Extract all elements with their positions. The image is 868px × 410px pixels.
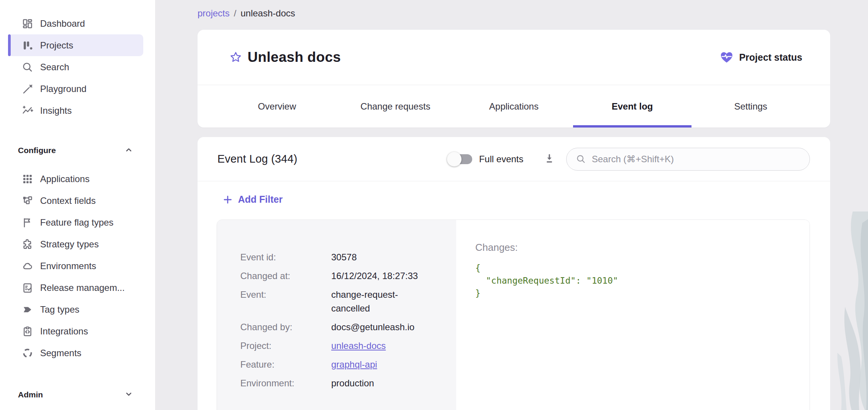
project-title-row: Unleash docs Project status xyxy=(198,30,830,85)
page-title: Unleash docs xyxy=(248,49,341,65)
sidebar-item-playground[interactable]: Playground xyxy=(8,78,143,100)
event-log-title: Event Log (344) xyxy=(217,153,297,165)
feature-flag-types-icon xyxy=(22,217,33,228)
sidebar-item-dashboard[interactable]: Dashboard xyxy=(8,13,143,34)
event-log-header: Event Log (344) Full events xyxy=(198,137,830,181)
event-detail-row: Environment: production xyxy=(240,376,443,390)
sidebar-item-insights[interactable]: Insights xyxy=(8,100,143,121)
sidebar-item-label: Search xyxy=(40,62,69,73)
background-texture xyxy=(830,211,868,410)
favorite-star-icon[interactable] xyxy=(229,51,242,64)
sidebar-item-release-management[interactable]: Release managem... xyxy=(8,277,143,299)
sidebar-item-tag-types[interactable]: Tag types xyxy=(8,299,143,320)
search-icon xyxy=(22,61,33,73)
tab-applications[interactable]: Applications xyxy=(455,85,573,128)
breadcrumb-link-projects[interactable]: projects xyxy=(198,8,230,19)
sidebar-item-feature-flag-types[interactable]: Feature flag types xyxy=(8,211,143,233)
sidebar-item-label: Projects xyxy=(40,40,73,51)
heart-pulse-icon xyxy=(719,50,734,65)
feature-link[interactable]: graphql-api xyxy=(331,358,431,371)
sidebar-item-search[interactable]: Search xyxy=(8,56,143,78)
event-detail-row: Project: unleash-docs xyxy=(240,339,443,353)
download-icon[interactable] xyxy=(544,153,555,165)
main-content: projects / unleash-docs Unleash docs Pro… xyxy=(155,0,868,410)
projects-icon xyxy=(22,40,33,51)
event-changes-panel: Changes: { "changeRequestId": "1010" } xyxy=(456,220,810,410)
sidebar-item-segments[interactable]: Segments xyxy=(8,342,143,364)
sidebar-item-label: Dashboard xyxy=(40,18,85,29)
sidebar-section-configure[interactable]: Configure xyxy=(0,145,155,156)
project-header-card: Unleash docs Project status Overview Cha… xyxy=(198,30,830,128)
event-detail-row: Changed at: 16/12/2024, 18:27:33 xyxy=(240,269,443,283)
tab-overview[interactable]: Overview xyxy=(218,85,336,128)
sidebar-item-label: Segments xyxy=(40,348,81,358)
playground-icon xyxy=(22,83,33,95)
search-box xyxy=(566,148,810,171)
event-detail-row: Feature: graphql-api xyxy=(240,358,443,371)
sidebar-item-label: Environments xyxy=(40,261,96,271)
full-events-toggle[interactable] xyxy=(449,152,473,167)
section-label: Admin xyxy=(18,390,43,399)
insights-icon xyxy=(22,105,33,116)
sidebar-item-label: Strategy types xyxy=(40,239,99,250)
sidebar-item-context-fields[interactable]: Context fields xyxy=(8,190,143,211)
breadcrumb-current: unleash-docs xyxy=(241,8,295,19)
sidebar-main-nav: Dashboard Projects Sea xyxy=(0,0,155,121)
section-label: Configure xyxy=(18,146,56,155)
event-detail-row: Event: change-request-cancelled xyxy=(240,288,443,315)
context-fields-icon xyxy=(22,195,33,207)
event-log-card: Event Log (344) Full events xyxy=(198,137,830,410)
chevron-up-icon xyxy=(124,145,134,157)
sidebar-item-applications[interactable]: Applications xyxy=(8,168,143,190)
add-filter-button[interactable]: Add Filter xyxy=(222,194,283,205)
sidebar-configure-items: Applications Context fields xyxy=(0,168,155,364)
tab-event-log[interactable]: Event log xyxy=(573,85,691,128)
sidebar-item-label: Insights xyxy=(40,105,72,116)
breadcrumb-separator: / xyxy=(234,8,236,19)
sidebar-item-label: Integrations xyxy=(40,326,88,337)
project-link[interactable]: unleash-docs xyxy=(331,339,431,353)
sidebar-item-label: Release managem... xyxy=(40,282,125,293)
sidebar-item-label: Applications xyxy=(40,174,89,184)
environments-icon xyxy=(22,260,33,272)
sidebar-item-label: Tag types xyxy=(40,304,79,315)
changes-label: Changes: xyxy=(475,242,794,253)
sidebar-section-admin[interactable]: Admin xyxy=(0,389,155,400)
changes-json-code: { "changeRequestId": "1010" } xyxy=(475,262,794,300)
sidebar-item-projects[interactable]: Projects xyxy=(8,34,143,56)
sidebar-item-label: Context fields xyxy=(40,195,96,206)
sidebar: Dashboard Projects Sea xyxy=(0,0,155,410)
toggle-knob xyxy=(447,152,462,166)
project-status-button[interactable]: Project status xyxy=(719,50,802,65)
search-input[interactable] xyxy=(592,154,800,165)
release-management-icon xyxy=(22,282,33,294)
tab-settings[interactable]: Settings xyxy=(691,85,810,128)
event-detail-row: Changed by: docs@getunleash.io xyxy=(240,320,443,334)
segments-icon xyxy=(22,347,33,359)
tag-types-icon xyxy=(22,304,33,315)
full-events-label: Full events xyxy=(479,154,523,165)
sidebar-item-integrations[interactable]: Integrations xyxy=(8,320,143,342)
strategy-types-icon xyxy=(22,239,33,250)
plus-icon xyxy=(222,194,233,205)
event-detail-row: Event id: 30578 xyxy=(240,250,443,264)
dashboard-icon xyxy=(22,18,33,29)
event-details-panel: Event id: 30578 Changed at: 16/12/2024, … xyxy=(217,220,456,410)
sidebar-item-environments[interactable]: Environments xyxy=(8,255,143,277)
applications-icon xyxy=(22,173,33,185)
breadcrumb: projects / unleash-docs xyxy=(198,8,295,19)
project-status-label: Project status xyxy=(739,52,802,63)
app-window: Dashboard Projects Sea xyxy=(0,0,868,410)
sidebar-item-label: Feature flag types xyxy=(40,217,113,228)
integrations-icon xyxy=(22,326,33,337)
search-icon xyxy=(576,154,586,164)
tab-change-requests[interactable]: Change requests xyxy=(336,85,455,128)
chevron-down-icon xyxy=(124,389,134,401)
event-entry-card: Event id: 30578 Changed at: 16/12/2024, … xyxy=(217,220,810,410)
sidebar-item-strategy-types[interactable]: Strategy types xyxy=(8,233,143,255)
project-tabs: Overview Change requests Applications Ev… xyxy=(198,85,830,128)
sidebar-item-label: Playground xyxy=(40,84,86,94)
